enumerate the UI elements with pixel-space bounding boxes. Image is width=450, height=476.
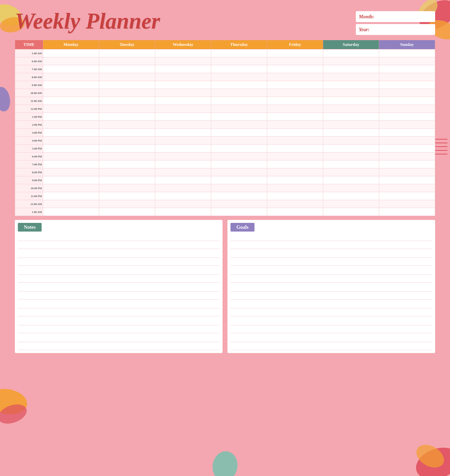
cell-tuesday-8[interactable]	[99, 113, 155, 121]
input-sunday-13[interactable]	[380, 155, 434, 158]
cell-tuesday-19[interactable]	[99, 200, 155, 208]
input-tuesday-4[interactable]	[100, 84, 154, 87]
cell-monday-17[interactable]	[43, 184, 99, 192]
cell-saturday-19[interactable]	[323, 200, 379, 208]
input-thursday-6[interactable]	[212, 99, 266, 103]
input-friday-4[interactable]	[268, 84, 322, 87]
cell-friday-13[interactable]	[267, 152, 323, 160]
cell-wednesday-8[interactable]	[155, 113, 211, 121]
input-saturday-1[interactable]	[324, 60, 378, 63]
goal-input-12[interactable]	[230, 326, 432, 333]
cell-monday-20[interactable]	[43, 208, 99, 216]
cell-friday-19[interactable]	[267, 200, 323, 208]
input-wednesday-2[interactable]	[156, 68, 210, 71]
note-input-5[interactable]	[18, 268, 220, 275]
cell-wednesday-19[interactable]	[155, 200, 211, 208]
cell-sunday-4[interactable]	[379, 81, 435, 89]
cell-tuesday-12[interactable]	[99, 145, 155, 152]
cell-saturday-1[interactable]	[323, 57, 379, 65]
input-tuesday-3[interactable]	[100, 76, 154, 79]
cell-wednesday-20[interactable]	[155, 208, 211, 216]
cell-wednesday-10[interactable]	[155, 129, 211, 137]
cell-saturday-5[interactable]	[323, 89, 379, 97]
input-friday-9[interactable]	[268, 123, 322, 127]
input-wednesday-12[interactable]	[156, 147, 210, 150]
input-tuesday-7[interactable]	[100, 107, 154, 111]
input-thursday-13[interactable]	[212, 155, 266, 158]
input-sunday-0[interactable]	[380, 52, 434, 55]
input-monday-0[interactable]	[44, 52, 98, 55]
goal-input-4[interactable]	[230, 259, 432, 266]
input-monday-11[interactable]	[44, 139, 98, 143]
cell-wednesday-2[interactable]	[155, 65, 211, 73]
cell-monday-1[interactable]	[43, 57, 99, 65]
input-monday-9[interactable]	[44, 123, 98, 127]
input-friday-10[interactable]	[268, 131, 322, 135]
input-monday-3[interactable]	[44, 76, 98, 79]
input-tuesday-17[interactable]	[100, 187, 154, 190]
cell-thursday-14[interactable]	[211, 160, 267, 168]
cell-saturday-13[interactable]	[323, 152, 379, 160]
goal-input-14[interactable]	[230, 343, 432, 350]
cell-sunday-20[interactable]	[379, 208, 435, 216]
cell-monday-9[interactable]	[43, 121, 99, 129]
goal-input-2[interactable]	[230, 242, 432, 249]
input-monday-16[interactable]	[44, 179, 98, 182]
note-input-13[interactable]	[18, 335, 220, 342]
cell-monday-19[interactable]	[43, 200, 99, 208]
input-monday-19[interactable]	[44, 203, 98, 206]
input-saturday-19[interactable]	[324, 203, 378, 206]
input-monday-14[interactable]	[44, 163, 98, 166]
cell-friday-4[interactable]	[267, 81, 323, 89]
cell-monday-6[interactable]	[43, 97, 99, 105]
input-monday-12[interactable]	[44, 147, 98, 150]
input-sunday-16[interactable]	[380, 179, 434, 182]
input-thursday-18[interactable]	[212, 195, 266, 198]
cell-saturday-2[interactable]	[323, 65, 379, 73]
note-input-1[interactable]	[18, 234, 220, 241]
cell-tuesday-17[interactable]	[99, 184, 155, 192]
input-thursday-0[interactable]	[212, 52, 266, 55]
input-sunday-6[interactable]	[380, 99, 434, 103]
goal-input-5[interactable]	[230, 268, 432, 275]
goal-input-11[interactable]	[230, 318, 432, 325]
input-thursday-4[interactable]	[212, 84, 266, 87]
input-wednesday-1[interactable]	[156, 60, 210, 63]
goal-input-1[interactable]	[230, 234, 432, 241]
cell-friday-10[interactable]	[267, 129, 323, 137]
cell-monday-4[interactable]	[43, 81, 99, 89]
input-wednesday-17[interactable]	[156, 187, 210, 190]
cell-thursday-1[interactable]	[211, 57, 267, 65]
cell-monday-13[interactable]	[43, 152, 99, 160]
cell-monday-18[interactable]	[43, 192, 99, 200]
cell-thursday-11[interactable]	[211, 137, 267, 145]
input-tuesday-0[interactable]	[100, 52, 154, 55]
cell-tuesday-13[interactable]	[99, 152, 155, 160]
input-thursday-12[interactable]	[212, 147, 266, 150]
input-sunday-12[interactable]	[380, 147, 434, 150]
cell-saturday-4[interactable]	[323, 81, 379, 89]
cell-saturday-10[interactable]	[323, 129, 379, 137]
input-wednesday-14[interactable]	[156, 163, 210, 166]
cell-saturday-9[interactable]	[323, 121, 379, 129]
input-thursday-1[interactable]	[212, 60, 266, 63]
cell-saturday-11[interactable]	[323, 137, 379, 145]
input-wednesday-8[interactable]	[156, 115, 210, 119]
cell-saturday-6[interactable]	[323, 97, 379, 105]
input-wednesday-20[interactable]	[156, 210, 210, 214]
input-sunday-3[interactable]	[380, 76, 434, 79]
input-tuesday-13[interactable]	[100, 155, 154, 158]
cell-sunday-16[interactable]	[379, 176, 435, 184]
cell-thursday-15[interactable]	[211, 168, 267, 176]
input-sunday-20[interactable]	[380, 210, 434, 214]
cell-sunday-13[interactable]	[379, 152, 435, 160]
cell-wednesday-17[interactable]	[155, 184, 211, 192]
cell-saturday-20[interactable]	[323, 208, 379, 216]
input-wednesday-7[interactable]	[156, 107, 210, 111]
cell-tuesday-3[interactable]	[99, 73, 155, 81]
input-saturday-0[interactable]	[324, 52, 378, 55]
input-thursday-8[interactable]	[212, 115, 266, 119]
cell-friday-17[interactable]	[267, 184, 323, 192]
month-input[interactable]	[376, 14, 432, 19]
input-thursday-7[interactable]	[212, 107, 266, 111]
